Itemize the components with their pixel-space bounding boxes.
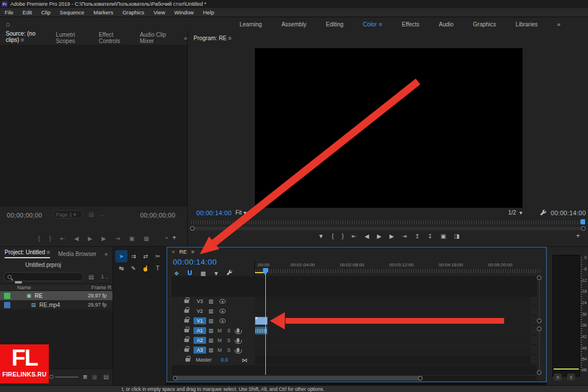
lock-icon[interactable] [184,329,189,332]
track-output-eye-icon[interactable] [219,299,226,304]
program-scrollbar-right-handle[interactable] [581,226,586,231]
workspace-tab-editing[interactable]: Editing [326,21,344,28]
menu-help[interactable]: Help [203,9,214,15]
program-mini-ruler[interactable] [191,220,585,224]
program-resolution-dropdown[interactable]: 1/2 ▾ [508,209,523,216]
program-mark-out-button[interactable]: } [342,233,343,239]
audio-tracks-scrollbar[interactable] [539,331,540,371]
workspace-tab-audio[interactable]: Audio [439,21,454,28]
voiceover-mic-icon[interactable] [237,338,239,343]
timeline-current-timecode[interactable]: 00:00:14:00 [173,258,217,266]
mute-button[interactable]: M [217,347,223,353]
step-back-button[interactable]: ◀ [74,235,79,242]
source-button-editor-icon[interactable]: + [172,234,176,242]
timeline-add-marker-icon[interactable]: ▼ [213,270,219,277]
pen-tool[interactable]: ✎ [127,262,140,274]
solo-button[interactable]: S [226,337,232,343]
audio-scroll-bottom-handle[interactable] [537,370,541,375]
goto-in-button[interactable]: ⇤ [60,235,65,242]
home-icon[interactable]: ⌂ [6,20,10,28]
tab-media-browser[interactable]: Media Browser [58,251,96,257]
lock-icon[interactable] [184,309,189,313]
add-marker-button[interactable]: ▼ [318,233,324,239]
source-tabs-overflow-icon[interactable]: » [184,35,187,41]
label-color-chip[interactable] [4,293,10,299]
sync-lock-icon[interactable]: ▥ [208,337,214,343]
track-select-forward-tool[interactable]: ⇉ [127,250,140,262]
track-badge[interactable]: A2 [194,337,206,344]
timeline-tab-label[interactable]: RE [179,249,187,255]
close-icon[interactable]: × [172,249,175,255]
workspace-tab-graphics[interactable]: Graphics [473,21,496,28]
sync-lock-icon[interactable]: ▥ [208,328,214,333]
voiceover-mic-icon[interactable] [237,328,239,333]
program-scrollbar-left-handle[interactable] [190,226,195,231]
project-bin-name[interactable]: Untitled.prproj [25,262,61,268]
ripple-edit-tool[interactable]: ⇄ [140,250,152,262]
master-pan-icon[interactable]: ⋈ [242,357,247,363]
tab-source[interactable]: Source: (no clips) ≡ [6,30,43,46]
program-current-timecode[interactable]: 00:00:14:00 [196,209,231,216]
new-bin-icon[interactable]: ▤ [103,374,109,380]
track-badge[interactable]: A3 [194,347,206,354]
program-goto-out-button[interactable]: ⇥ [402,233,407,239]
in-out-duration-icon[interactable]: ↔ [99,211,105,218]
track-output-eye-icon[interactable] [219,309,226,313]
track-lane-a2[interactable] [255,336,531,345]
workspace-tab-color[interactable]: Color≡ [363,21,382,28]
sync-lock-icon[interactable]: ▥ [208,318,214,324]
track-badge[interactable]: A1 [194,327,206,334]
lock-icon[interactable] [184,339,189,342]
hscroll-right-handle[interactable] [418,376,423,381]
project-tabs-overflow-icon[interactable]: » [105,251,108,257]
mute-button[interactable]: M [217,337,223,343]
insert-button[interactable]: ▣ [129,235,134,242]
extract-button[interactable]: ↧ [428,233,432,239]
project-tab-menu-icon[interactable]: ≡ [47,249,50,255]
timeline-playhead-head[interactable] [263,268,268,272]
menu-edit[interactable]: Edit [22,9,32,15]
track-output-eye-icon[interactable] [219,319,226,323]
search-input[interactable] [14,274,78,280]
sync-lock-icon[interactable]: ▥ [208,298,214,304]
razor-tool[interactable]: ✂ [152,250,164,262]
track-lane-v3[interactable] [255,297,531,306]
source-tab-menu-icon[interactable]: ≡ [21,37,24,43]
program-step-forward-button[interactable]: ▶ [389,233,394,239]
menu-markers[interactable]: Markers [94,9,113,15]
hscroll-left-handle[interactable] [173,376,177,381]
timeline-tab[interactable]: × RE ≡ [172,249,195,255]
track-lane-v2[interactable] [255,306,531,316]
track-badge[interactable]: V2 [194,308,206,315]
program-button-editor-icon[interactable]: + [576,232,580,240]
goto-out-button[interactable]: ⇥ [115,235,119,242]
list-view-icon[interactable]: ≣ [83,374,87,380]
lift-button[interactable]: ↥ [415,233,419,239]
video-tracks-scrollbar[interactable] [539,280,540,321]
track-badge[interactable]: V3 [194,298,206,305]
menu-view[interactable]: View [153,9,165,15]
mute-button[interactable]: M [217,328,223,333]
play-button[interactable]: ▶ [88,235,92,242]
tab-audio-clip-mixer[interactable]: Audio Clip Mixer [140,32,171,44]
workspace-tab-menu-icon[interactable]: ≡ [379,21,382,28]
track-lane-a3[interactable] [255,346,531,355]
hand-tool[interactable]: ☝ [140,262,152,274]
program-step-back-button[interactable]: ◀ [365,233,369,239]
project-search-box[interactable] [3,272,84,281]
comparison-view-icon[interactable]: ◨ [454,233,459,239]
source-transport-overflow-icon[interactable]: » [165,235,168,240]
tab-lumetri-scopes[interactable]: Lumetri Scopes [56,32,86,44]
tab-program[interactable]: Program: RE ≡ [194,35,231,41]
program-settings-wrench-icon[interactable] [540,208,547,219]
mark-in-button[interactable]: { [38,235,40,242]
audio-scroll-top-handle[interactable] [537,327,541,331]
program-fit-dropdown[interactable]: Fit ▾ [235,209,246,216]
type-tool[interactable]: T [152,262,164,274]
track-badge[interactable]: V1 [194,317,206,324]
master-volume-value[interactable]: 0.0 [221,357,229,363]
column-frame-rate[interactable]: Frame R [91,285,111,290]
menu-file[interactable]: File [5,9,13,15]
program-tab-menu-icon[interactable]: ≡ [229,35,232,41]
item-name[interactable]: RE.mp4 [40,302,60,308]
